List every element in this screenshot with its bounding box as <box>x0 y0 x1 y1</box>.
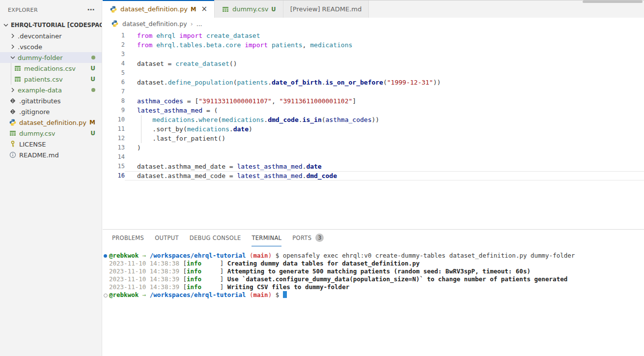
tree-item-gitignore[interactable]: .gitignore <box>0 106 102 117</box>
line-number: 12 <box>103 134 125 143</box>
line-number: 3 <box>103 50 125 59</box>
code-line-5[interactable]: 5 <box>103 68 644 78</box>
code-line-6[interactable]: 6dataset.define_population(patients.date… <box>103 78 644 87</box>
more-actions-icon[interactable]: ⋯ <box>87 5 95 14</box>
line-number: 13 <box>103 143 125 152</box>
code-text: dataset.define_population(patients.date_… <box>125 78 644 87</box>
code-line-8[interactable]: 8asthma_codes = ["39113311000001107", "3… <box>103 96 644 106</box>
tree-item-medications-csv[interactable]: medications.csvU <box>0 63 102 74</box>
tree-item-label: LICENSE <box>19 141 46 148</box>
code-line-15[interactable]: 15dataset.asthma_med_date = latest_asthm… <box>103 162 644 171</box>
code-line-10[interactable]: 10 medications.where(medications.dmd_cod… <box>103 115 644 124</box>
tree-item-example-data[interactable]: example-data <box>0 85 102 95</box>
tab-dataset-definition-py[interactable]: dataset_definition.pyM× <box>103 0 215 18</box>
panel-tab-problems[interactable]: PROBLEMS <box>112 230 144 246</box>
tab-dummy-csv[interactable]: dummy.csvU <box>215 0 283 18</box>
code-text: medications.where(medications.dmd_code.i… <box>125 115 644 124</box>
line-number: 4 <box>103 59 125 68</box>
tab-label: dummy.csv <box>232 5 268 13</box>
code-text: .last_for_patient() <box>125 134 644 143</box>
chevron-right-icon <box>9 43 17 51</box>
python-icon <box>111 20 119 28</box>
line-number: 11 <box>103 124 125 134</box>
code-text <box>125 152 644 162</box>
vscode-window: EXPLORER ⋯ EHRQL-TUTORIAL [CODESPACES:..… <box>0 0 644 356</box>
tree-indent-guide <box>11 74 11 85</box>
code-line-2[interactable]: 2from ehrql.tables.beta.core import pati… <box>103 40 644 50</box>
chevron-right-icon <box>9 32 17 40</box>
csv-file-icon <box>14 75 22 83</box>
tabbar-scrollbar[interactable] <box>583 0 643 3</box>
code-text: latest_asthma_med = ( <box>125 106 644 115</box>
tree-item-ehrql-tutorial-codespaces[interactable]: EHRQL-TUTORIAL [CODESPACES:... <box>0 20 102 30</box>
git-status-badge: M <box>89 119 95 126</box>
code-line-16[interactable]: 16dataset.asthma_med_code = latest_asthm… <box>103 171 644 180</box>
prompt-dot-icon <box>104 294 108 297</box>
terminal[interactable]: @rebkwok → /workspaces/ehrql-tutorial (m… <box>103 246 644 356</box>
code-line-11[interactable]: 11 .sort_by(medications.date) <box>103 124 644 134</box>
line-number: 5 <box>103 68 125 78</box>
close-icon[interactable]: × <box>201 5 207 13</box>
explorer-title: EXPLORER <box>8 7 38 13</box>
tree-item-dataset-definition-py[interactable]: dataset_definition.pyM <box>0 117 102 128</box>
panel-tab-label: PROBLEMS <box>112 235 144 241</box>
code-line-3[interactable]: 3 <box>103 50 644 59</box>
line-number: 2 <box>103 40 125 50</box>
tree-item-label: .gitattributes <box>19 97 61 105</box>
tree-item-dummy-csv[interactable]: dummy.csvU <box>0 128 102 139</box>
breadcrumb-file[interactable]: dataset_definition.py <box>122 20 187 28</box>
editor-indent-guide <box>141 115 141 143</box>
line-number: 15 <box>103 162 125 171</box>
panel-tab-label: TERMINAL <box>252 235 281 241</box>
terminal-line-5: 2023-11-10 14:38:39 [info ] Writing CSV … <box>103 283 644 291</box>
tree-item-vscode[interactable]: .vscode <box>0 41 102 52</box>
git-status-badge: U <box>271 6 276 13</box>
tree-item-license[interactable]: LICENSE <box>0 139 102 149</box>
line-number: 6 <box>103 78 125 87</box>
code-editor[interactable]: 1from ehrql import create_dataset2from e… <box>103 30 644 229</box>
tree-item-devcontainer[interactable]: .devcontainer <box>0 30 102 41</box>
code-lines: 1from ehrql import create_dataset2from e… <box>103 31 644 180</box>
code-text: .sort_by(medications.date) <box>125 124 644 134</box>
chevron-down-icon <box>9 54 17 61</box>
tree-item-patients-csv[interactable]: patients.csvU <box>0 74 102 85</box>
editor-tab-bar: dataset_definition.pyM×dummy.csvU[Previe… <box>103 0 644 18</box>
tree-item-gitattributes[interactable]: .gitattributes <box>0 95 102 106</box>
breadcrumb-symbol[interactable]: ... <box>196 20 202 28</box>
tab-label: dataset_definition.py <box>120 5 188 13</box>
editor-area: dataset_definition.pyM×dummy.csvU[Previe… <box>103 0 644 356</box>
code-text: from ehrql import create_dataset <box>125 31 644 40</box>
tab-preview-readme-md[interactable]: [Preview] README.md <box>283 0 369 18</box>
code-line-13[interactable]: 13) <box>103 143 644 152</box>
csv-file-icon <box>14 64 22 72</box>
code-line-14[interactable]: 14 <box>103 152 644 162</box>
panel-tab-debug-console[interactable]: DEBUG CONSOLE <box>190 230 241 246</box>
panel-tab-ports[interactable]: PORTS3 <box>292 230 324 246</box>
tree-item-readme-md[interactable]: README.md <box>0 149 102 160</box>
code-line-1[interactable]: 1from ehrql import create_dataset <box>103 31 644 40</box>
code-text: from ehrql.tables.beta.core import patie… <box>125 40 644 50</box>
tree-item-dummy-folder[interactable]: dummy-folder <box>0 52 102 63</box>
terminal-line-1: @rebkwok → /workspaces/ehrql-tutorial (m… <box>103 252 644 260</box>
tree-item-label: dummy-folder <box>18 54 63 61</box>
code-line-7[interactable]: 7 <box>103 87 644 96</box>
tree-item-label: .vscode <box>18 43 42 51</box>
panel-tab-terminal[interactable]: TERMINAL <box>252 230 281 246</box>
line-number: 16 <box>103 171 125 180</box>
line-number: 8 <box>103 96 125 106</box>
git-status-badge: U <box>90 76 95 83</box>
code-text: asthma_codes = ["39113311000001107", "39… <box>125 96 644 106</box>
tree-item-label: README.md <box>19 151 59 159</box>
terminal-line-2: 2023-11-10 14:38:38 [info ] Creating dum… <box>103 260 644 267</box>
code-line-4[interactable]: 4dataset = create_dataset() <box>103 59 644 68</box>
tree-item-label: dataset_definition.py <box>19 119 86 126</box>
code-text <box>125 50 644 59</box>
line-number: 10 <box>103 115 125 124</box>
line-number: 9 <box>103 106 125 115</box>
panel-tab-output[interactable]: OUTPUT <box>155 230 179 246</box>
python-file-icon <box>110 5 117 13</box>
code-line-12[interactable]: 12 .last_for_patient() <box>103 134 644 143</box>
breadcrumb: dataset_definition.py › ... <box>103 18 644 30</box>
info-file-icon <box>9 151 17 159</box>
code-line-9[interactable]: 9latest_asthma_med = ( <box>103 106 644 115</box>
